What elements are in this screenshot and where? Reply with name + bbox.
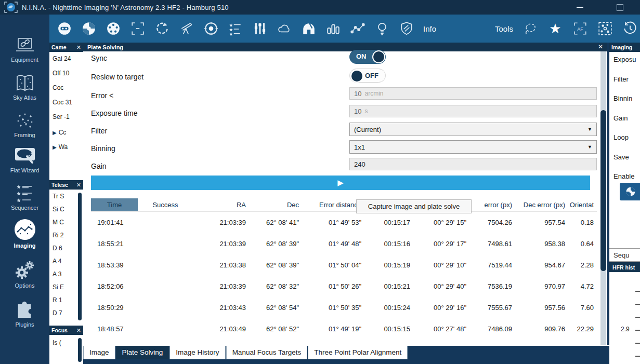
switch-icon[interactable] xyxy=(252,21,268,36)
plate-solve-icon[interactable] xyxy=(597,21,613,36)
plate-solving-header[interactable]: Plate Solving ✕ xyxy=(83,43,607,51)
minimize-button[interactable] xyxy=(569,0,590,15)
safety-shield-icon[interactable] xyxy=(399,21,414,36)
telescope-panel-header[interactable]: Telesc ✕ xyxy=(49,180,83,190)
weather-cloud-icon[interactable] xyxy=(277,21,292,36)
focuser-scrollbar[interactable] xyxy=(78,338,82,362)
sidebar-item-sky-atlas[interactable]: Sky Atlas xyxy=(0,66,49,101)
column-header-ra[interactable]: RA xyxy=(196,198,249,211)
sidebar-item-label: Equipment xyxy=(11,57,38,63)
plate-solving-scrollbar-track[interactable] xyxy=(600,51,606,345)
tab-image[interactable]: Image xyxy=(83,346,115,359)
camera-panel-close-icon[interactable]: ✕ xyxy=(76,44,81,51)
plate-solving-close-icon[interactable]: ✕ xyxy=(598,43,603,50)
history-icon[interactable] xyxy=(622,21,638,36)
table-row[interactable]: 18:55:21 21:03:39 62° 08' 39" 01° 49' 48… xyxy=(91,233,597,254)
camera-action-row[interactable]: ▶Cc xyxy=(53,129,82,143)
camera-action-row[interactable]: ▶Wa xyxy=(53,143,82,158)
cell-ra: 21:03:39 xyxy=(196,212,249,233)
telescope-panel-close-icon[interactable]: ✕ xyxy=(76,182,81,188)
filter-select[interactable]: (Current) ▼ xyxy=(349,123,597,136)
focuser-panel-close-icon[interactable]: ✕ xyxy=(76,327,81,334)
cell-ra-error-px: 7498.61 xyxy=(469,233,515,254)
column-header-ra-error-px[interactable]: error (px) xyxy=(469,198,515,211)
camera-panel-header[interactable]: Came ✕ xyxy=(49,43,83,52)
focuser-panel-header[interactable]: Focus ✕ xyxy=(49,326,83,335)
capture-and-solve-button[interactable]: ▶ xyxy=(91,176,590,190)
flat-panel-icon[interactable] xyxy=(325,21,341,36)
filter-label: Filter xyxy=(91,127,107,135)
info-menu[interactable]: Info xyxy=(423,24,436,33)
cell-ra: 21:03:39 xyxy=(196,233,249,254)
lasso-icon[interactable] xyxy=(523,21,538,36)
camera-icon[interactable] xyxy=(57,21,72,36)
exposure-time-input[interactable]: 10 s xyxy=(349,105,597,117)
table-row[interactable]: 18:48:57 21:03:49 62° 08' 52" 01° 49' 19… xyxy=(91,318,597,340)
hfr-history-header[interactable]: HFR hist xyxy=(609,262,640,272)
bulb-icon[interactable] xyxy=(374,21,390,36)
column-header-error-distance[interactable]: Error distance xyxy=(302,198,364,211)
autofocus-icon[interactable]: AF xyxy=(572,21,588,36)
column-header-orientation[interactable]: Orientat xyxy=(568,198,597,211)
hfr-axis-tick xyxy=(635,330,640,331)
telescope-info-row: A 3 xyxy=(53,271,76,284)
imaging-setting-label: Exposu xyxy=(613,56,640,75)
cell-orientation: 2.28 xyxy=(568,254,597,276)
sync-toggle[interactable]: ON xyxy=(349,50,386,64)
app-window: N.I.N.A. - Nighttime Imaging 'N' Astrono… xyxy=(0,0,640,364)
camera-info-row: Off 10 xyxy=(53,70,82,84)
telescope-info-row: Si E xyxy=(53,284,76,296)
guider-icon[interactable] xyxy=(203,21,219,36)
start-capture-button[interactable] xyxy=(620,183,640,200)
column-header-dec-error-px[interactable]: Dec error (px) xyxy=(515,198,568,211)
sidebar-item-framing[interactable]: Framing xyxy=(0,104,49,138)
gain-input[interactable]: 240 xyxy=(349,158,597,170)
maximize-button[interactable] xyxy=(609,0,630,15)
sequence-expander[interactable]: Sequ xyxy=(609,248,640,262)
tab-three-point-polar-alignment[interactable]: Three Point Polar Alignment xyxy=(308,346,408,359)
tab-manual-focus-targets[interactable]: Manual Focus Targets xyxy=(226,346,308,359)
error-input[interactable]: 10 arcmin xyxy=(349,87,597,100)
cell-dec: 62° 08' 52" xyxy=(249,318,302,340)
binning-select[interactable]: 1x1 ▼ xyxy=(349,140,597,154)
cell-dec: 62° 08' 54" xyxy=(249,297,302,318)
focuser-icon[interactable] xyxy=(130,21,146,36)
dome-icon[interactable] xyxy=(301,21,317,36)
sidebar-item-equipment[interactable]: Equipment xyxy=(0,29,49,63)
rotator-icon[interactable] xyxy=(154,21,170,36)
tab-plate-solving[interactable]: Plate Solving xyxy=(116,346,169,359)
imaging-panel-header[interactable]: Imaging xyxy=(609,43,640,52)
column-header-dec[interactable]: Dec xyxy=(249,198,302,211)
column-header-time[interactable]: Time xyxy=(91,198,138,211)
sequence-list-icon[interactable] xyxy=(228,21,243,36)
play-icon: ▶ xyxy=(53,130,57,136)
table-row[interactable]: 19:01:41 21:03:39 62° 08' 41" 01° 49' 53… xyxy=(91,212,597,233)
telescope-info-row: A 4 xyxy=(53,258,76,271)
table-row[interactable]: 18:53:39 21:03:38 62° 08' 39" 01° 50' 04… xyxy=(91,254,597,276)
column-header-success[interactable]: Success xyxy=(138,198,196,211)
play-icon: ▶ xyxy=(53,144,57,150)
tab-image-history[interactable]: Image History xyxy=(169,346,225,359)
sidebar-item-sequencer[interactable]: Sequencer xyxy=(0,177,49,211)
filter-wheel-icon[interactable] xyxy=(106,21,121,36)
reslew-toggle[interactable]: OFF xyxy=(349,69,386,83)
cell-time: 18:53:39 xyxy=(91,254,138,276)
aperture-icon[interactable] xyxy=(81,21,97,36)
favorites-star-icon[interactable]: ★ xyxy=(547,21,563,36)
exposure-time-unit: s xyxy=(364,107,368,115)
sidebar-item-plugins[interactable]: Plugins xyxy=(0,293,49,328)
table-row[interactable]: 18:52:06 21:03:39 62° 08' 32" 01° 50' 26… xyxy=(91,276,597,297)
exposure-time-value: 10 xyxy=(354,107,361,115)
sidebar-item-flat-wizard[interactable]: Flat Wizard xyxy=(0,139,49,173)
telescope-icon[interactable] xyxy=(179,21,194,36)
error-unit: arcmin xyxy=(364,90,383,97)
sidebar-item-options[interactable]: Options xyxy=(0,254,49,289)
sidebar-item-imaging[interactable]: Imaging xyxy=(0,214,49,249)
tools-menu[interactable]: Tools xyxy=(495,24,513,33)
chevron-down-icon: ▼ xyxy=(587,127,592,132)
analysis-graph-icon[interactable] xyxy=(350,21,365,36)
imaging-setting-label: Filter xyxy=(613,75,640,95)
table-row[interactable]: 18:50:29 21:03:43 62° 08' 54" 01° 50' 35… xyxy=(91,297,597,318)
telescope-scrollbar[interactable] xyxy=(78,193,82,320)
plate-solving-scrollbar-thumb[interactable] xyxy=(600,110,606,271)
